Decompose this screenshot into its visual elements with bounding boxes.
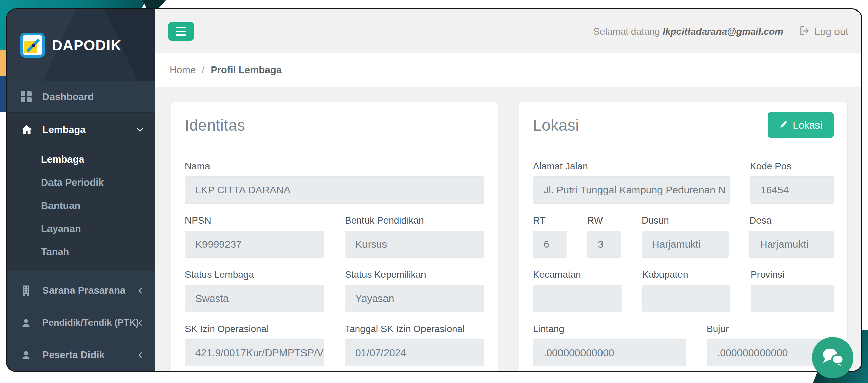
rw-input[interactable]: 3 xyxy=(587,231,621,258)
logout-label: Log out xyxy=(814,26,848,37)
field-label: Status Lembaga xyxy=(185,269,324,281)
field-label: RT xyxy=(533,215,567,226)
sidebar-item-label: Peserta Didik xyxy=(42,349,105,361)
sidebar-item-label: Lembaga xyxy=(42,124,85,135)
app-window: DAPODIK Dashboard Lembaga Lembaga Data P… xyxy=(6,8,862,372)
field-provinsi: Provinsi xyxy=(751,269,834,312)
sidebar-item-sarana-prasarana[interactable]: Sarana Prasarana xyxy=(7,274,155,307)
field-npsn: NPSN K9999237 xyxy=(185,215,324,258)
field-label: Tanggal SK Izin Operasional xyxy=(345,323,484,335)
sidebar-toggle-button[interactable] xyxy=(168,22,194,41)
tanggal-sk-izin-input[interactable]: 01/07/2024 xyxy=(345,339,484,366)
chevron-left-icon xyxy=(136,319,144,327)
sidebar-item-peserta-didik[interactable]: Peserta Didik xyxy=(7,339,155,371)
edit-lokasi-button-label: Lokasi xyxy=(793,119,822,131)
field-label: Bentuk Pendidikan xyxy=(345,215,484,226)
breadcrumb: Home / Profil Lembaga xyxy=(155,53,861,87)
kode-pos-input[interactable]: 16454 xyxy=(750,176,834,204)
sign-out-icon xyxy=(799,25,810,38)
user-icon xyxy=(21,318,36,328)
field-rw: RW 3 xyxy=(587,215,621,258)
field-label: Desa xyxy=(749,215,834,226)
dapodik-logo-icon xyxy=(20,33,45,58)
field-status-lembaga: Status Lembaga Swasta xyxy=(185,269,324,312)
field-label: Dusun xyxy=(642,215,729,226)
chevron-down-icon xyxy=(136,125,144,134)
sidebar-subitem-tanah[interactable]: Tanah xyxy=(7,240,155,263)
user-email: lkpcittadarana@gmail.com xyxy=(663,26,783,37)
sk-izin-operasional-input[interactable]: 421.9/0017Kur/DPMPTSP/V xyxy=(185,339,324,366)
field-dusun: Dusun Harjamukti xyxy=(642,215,729,258)
sidebar-subitem-bantuan[interactable]: Bantuan xyxy=(7,194,155,217)
field-lintang: Lintang .000000000000 xyxy=(533,323,686,366)
field-desa: Desa Harjamukti xyxy=(749,215,834,258)
field-label: Kode Pos xyxy=(750,160,834,172)
field-label: Provinsi xyxy=(751,269,834,281)
provinsi-input[interactable] xyxy=(751,285,834,312)
field-label: Kabupaten xyxy=(642,269,730,281)
sidebar-subitem-layanan[interactable]: Layanan xyxy=(7,217,155,240)
field-label: Status Kepemilikan xyxy=(345,269,484,281)
sidebar-item-pendidik-tendik[interactable]: Pendidik/Tendik (PTK) xyxy=(7,307,155,339)
status-lembaga-input[interactable]: Swasta xyxy=(185,285,324,312)
desktop-orange-stripe xyxy=(0,50,6,76)
bentuk-pendidikan-input[interactable]: Kursus xyxy=(345,231,484,258)
sidebar-item-label: Dashboard xyxy=(42,91,94,102)
sidebar-item-dashboard[interactable]: Dashboard xyxy=(7,81,155,112)
field-label: Bujur xyxy=(707,323,834,335)
sidebar-subitem-data-periodik[interactable]: Data Periodik xyxy=(7,171,155,194)
sidebar-item-label: Pendidik/Tendik (PTK) xyxy=(42,318,139,328)
user-icon xyxy=(21,350,36,361)
welcome-prefix: Selamat datang xyxy=(593,26,660,37)
app-logo[interactable]: DAPODIK xyxy=(7,9,155,81)
field-label: SK Izin Operasional xyxy=(185,323,324,335)
page-title: Profil Lembaga xyxy=(211,64,282,76)
sidebar-item-lembaga[interactable]: Lembaga xyxy=(7,113,155,147)
kecamatan-input[interactable] xyxy=(533,285,622,312)
breadcrumb-home-link[interactable]: Home xyxy=(170,64,196,76)
welcome-message: Selamat datang lkpcittadarana@gmail.com xyxy=(593,26,783,37)
lokasi-card-title: Lokasi xyxy=(533,116,579,134)
field-label: RW xyxy=(587,215,621,226)
desa-input[interactable]: Harjamukti xyxy=(749,231,834,258)
home-icon xyxy=(21,123,36,136)
logout-button[interactable]: Log out xyxy=(799,25,848,38)
chevron-left-icon xyxy=(136,351,144,359)
field-kecamatan: Kecamatan xyxy=(533,269,622,312)
field-label: Lintang xyxy=(533,323,686,335)
field-label: NPSN xyxy=(185,215,324,226)
main-area: Selamat datang lkpcittadarana@gmail.com … xyxy=(155,9,861,371)
dusun-input[interactable]: Harjamukti xyxy=(642,231,729,258)
kabupaten-input[interactable] xyxy=(642,285,730,312)
identitas-card-title: Identitas xyxy=(185,116,245,134)
nama-input[interactable]: LKP CITTA DARANA xyxy=(185,176,484,204)
field-label: Kecamatan xyxy=(533,269,622,281)
edit-lokasi-button[interactable]: Lokasi xyxy=(768,112,834,138)
app-title: DAPODIK xyxy=(52,37,121,54)
dashboard-icon xyxy=(21,91,36,102)
field-status-kepemilikan: Status Kepemilikan Yayasan xyxy=(345,269,484,312)
field-kabupaten: Kabupaten xyxy=(642,269,730,312)
sidebar-subitem-lembaga[interactable]: Lembaga xyxy=(7,148,155,171)
field-rt: RT 6 xyxy=(533,215,567,258)
pencil-icon xyxy=(779,119,788,131)
content-area: Identitas Nama LKP CITTA DARANA NPSN K99… xyxy=(155,87,861,371)
identitas-card: Identitas Nama LKP CITTA DARANA NPSN K99… xyxy=(171,102,498,371)
lokasi-card: Lokasi Lokasi Alamat Jalan Jl. Putri Tun… xyxy=(519,102,848,371)
sidebar: DAPODIK Dashboard Lembaga Lembaga Data P… xyxy=(7,9,155,371)
alamat-jalan-input[interactable]: Jl. Putri Tunggal Kampung Pedurenan N xyxy=(533,176,730,204)
field-label: Nama xyxy=(185,160,484,172)
desktop-blue-stripe xyxy=(0,76,6,112)
field-bentuk-pendidikan: Bentuk Pendidikan Kursus xyxy=(345,215,484,258)
lembaga-submenu: Lembaga Data Periodik Bantuan Layanan Ta… xyxy=(7,147,155,271)
npsn-input[interactable]: K9999237 xyxy=(185,231,324,258)
chat-widget-button[interactable] xyxy=(812,337,853,378)
rt-input[interactable]: 6 xyxy=(533,231,567,258)
chat-bubbles-icon xyxy=(818,343,847,372)
lintang-input[interactable]: .000000000000 xyxy=(533,339,686,366)
chevron-left-icon xyxy=(136,287,144,295)
building-icon xyxy=(21,285,36,296)
sidebar-item-label: Sarana Prasarana xyxy=(42,285,125,296)
field-sk-izin-operasional: SK Izin Operasional 421.9/0017Kur/DPMPTS… xyxy=(185,323,324,366)
status-kepemilikan-input[interactable]: Yayasan xyxy=(345,285,484,312)
